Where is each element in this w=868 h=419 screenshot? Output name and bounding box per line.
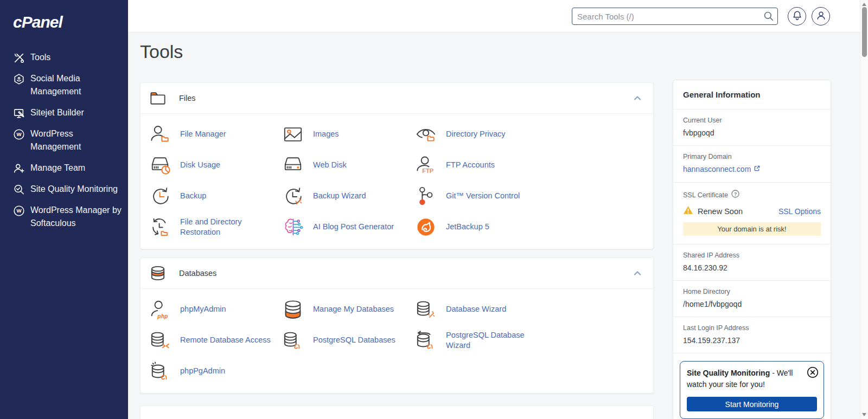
section-databases: DatabasesphpphpMyAdminManage My Database… [140, 257, 654, 394]
manage-team-icon [13, 163, 25, 175]
tool-item-backup-wizard[interactable]: Backup Wizard [283, 181, 416, 211]
general-information-panel: General Information Current Userfvbpgoqd… [673, 80, 831, 419]
user-account-button[interactable] [812, 7, 830, 25]
info-panel-header: General Information [673, 80, 831, 109]
tool-item-phppgadmin[interactable]: phpPgAdmin [150, 356, 283, 386]
tool-item-backup[interactable]: Backup [150, 181, 283, 211]
section-header-databases[interactable]: Databases [141, 258, 653, 289]
tool-item-database-wizard[interactable]: Database Wizard [416, 294, 648, 325]
tool-item-postgresql-databases[interactable]: PostgreSQL Databases [283, 325, 416, 356]
sidebar-item-wordpress-management[interactable]: WWordPress Management [0, 127, 128, 153]
tool-item-jetbackup-5[interactable]: JetBackup 5 [416, 211, 648, 242]
manage-databases-icon [283, 299, 303, 320]
info-row-ssl-certificate: SSL Certificate?Renew SoonSSL OptionsYou… [673, 183, 831, 244]
tool-item-ai-blog-post-generator[interactable]: AI Blog Post Generator [283, 211, 416, 242]
tool-item-manage-my-databases[interactable]: Manage My Databases [283, 294, 416, 325]
sidebar-item-wordpress-manager-by-softaculous[interactable]: WWordPress Manager by Softaculous [0, 204, 128, 230]
phppgadmin-icon [150, 361, 170, 382]
ssl-status: Renew Soon [698, 207, 743, 216]
sitejet-icon [13, 107, 25, 119]
user-icon [815, 10, 827, 23]
sidebar-item-social-media-management[interactable]: Social Media Management [0, 72, 128, 98]
tools-icon [13, 52, 25, 64]
images-icon [283, 124, 303, 145]
svg-text:php: php [157, 313, 168, 319]
phpmyadmin-icon: php [150, 299, 170, 320]
chevron-up-icon[interactable] [633, 93, 642, 103]
sidebar-nav: ToolsSocial Media ManagementSitejet Buil… [0, 51, 128, 230]
top-header [128, 0, 868, 33]
tool-item-directory-privacy[interactable]: Directory Privacy [416, 119, 648, 150]
start-monitoring-button[interactable]: Start Monitoring [687, 397, 817, 411]
chevron-up-icon[interactable] [633, 268, 642, 278]
sidebar-item-sitejet-builder[interactable]: Sitejet Builder [0, 106, 128, 119]
svg-text:W: W [16, 208, 22, 214]
site-quality-promo-card: Site Quality Monitoring - We'll watch yo… [680, 361, 824, 419]
tool-item-remote-database-access[interactable]: Remote Database Access [150, 325, 283, 356]
help-circle-icon[interactable]: ? [731, 190, 739, 200]
ssl-options-link[interactable]: SSL Options [778, 207, 821, 216]
ai-brain-icon [283, 217, 303, 237]
file-restore-icon [150, 217, 170, 237]
tool-item-file-manager[interactable]: File Manager [150, 119, 283, 150]
tool-item-phpmyadmin[interactable]: phpphpMyAdmin [150, 294, 283, 325]
external-link-icon [754, 165, 761, 173]
sidebar-item-site-quality-monitoring[interactable]: Site Quality Monitoring [0, 183, 128, 196]
tool-item-file-and-directory-restoration[interactable]: File and Directory Restoration [150, 211, 283, 242]
page-scrollbar [860, 0, 868, 419]
svg-text:FTP: FTP [422, 167, 433, 173]
sidebar-item-tools[interactable]: Tools [0, 51, 128, 64]
tool-item-web-disk[interactable]: Web Disk [283, 150, 416, 181]
social-media-icon [13, 73, 25, 85]
next-section-card-partial [140, 405, 654, 419]
search-box [572, 8, 778, 25]
scroll-down-arrow[interactable] [862, 413, 866, 416]
wordpress-icon: W [13, 205, 25, 217]
remote-database-icon [150, 330, 170, 351]
databases-icon [150, 266, 166, 281]
scrollbar-thumb[interactable] [862, 7, 867, 57]
site-quality-promo-section: Site Quality Monitoring - We'll watch yo… [673, 353, 831, 419]
search-input[interactable] [572, 8, 778, 25]
cpanel-logo[interactable]: cPanel [13, 13, 128, 31]
tool-grid: File ManagerImagesDirectory PrivacyDisk … [141, 114, 653, 249]
ssl-warning-banner: Your domain is at risk! [683, 222, 821, 236]
site-quality-icon [13, 184, 25, 196]
file-manager-icon [150, 124, 170, 145]
tool-item-postgresql-database-wizard[interactable]: PostgreSQL Database Wizard [416, 325, 648, 356]
scroll-up-arrow[interactable] [862, 3, 866, 6]
section-header-files[interactable]: Files [141, 83, 653, 114]
disk-usage-icon [150, 155, 170, 176]
info-row-shared-ip-address: Shared IP Address84.16.230.92 [673, 244, 831, 281]
promo-text: Site Quality Monitoring - We'll watch yo… [687, 368, 817, 390]
postgresql-icon [283, 330, 303, 351]
page-title: Tools [140, 41, 183, 62]
svg-text:W: W [16, 131, 22, 137]
directory-privacy-icon [416, 124, 436, 145]
jetbackup-icon [416, 217, 436, 237]
git-icon [416, 186, 436, 207]
tool-item-git-version-control[interactable]: Git™ Version Control [416, 181, 648, 211]
sidebar: cPanel ToolsSocial Media ManagementSitej… [0, 0, 128, 419]
wordpress-icon: W [13, 128, 25, 140]
primary-domain-link[interactable]: hannasconnect.com [683, 165, 761, 173]
close-icon[interactable] [807, 366, 819, 378]
tool-grid: phpphpMyAdminManage My DatabasesDatabase… [141, 289, 653, 393]
tool-item-ftp-accounts[interactable]: FTPFTP Accounts [416, 150, 648, 181]
tool-item-disk-usage[interactable]: Disk Usage [150, 150, 283, 181]
database-wizard-icon [416, 299, 436, 320]
backup-icon [150, 186, 170, 207]
sidebar-item-manage-team[interactable]: Manage Team [0, 162, 128, 175]
bell-icon [792, 10, 803, 23]
ftp-accounts-icon: FTP [416, 155, 436, 176]
warning-triangle-icon [683, 205, 693, 217]
search-icon[interactable] [763, 11, 774, 22]
info-row-current-user: Current Userfvbpgoqd [673, 109, 831, 146]
info-row-home-directory: Home Directory/home1/fvbpgoqd [673, 281, 831, 317]
tool-item-images[interactable]: Images [283, 119, 416, 150]
info-row-primary-domain: Primary Domainhannasconnect.com [673, 146, 831, 183]
svg-text:?: ? [734, 191, 737, 197]
notifications-button[interactable] [788, 7, 806, 25]
promo-title: Site Quality Monitoring [687, 369, 770, 377]
postgresql-wizard-icon [416, 330, 436, 351]
